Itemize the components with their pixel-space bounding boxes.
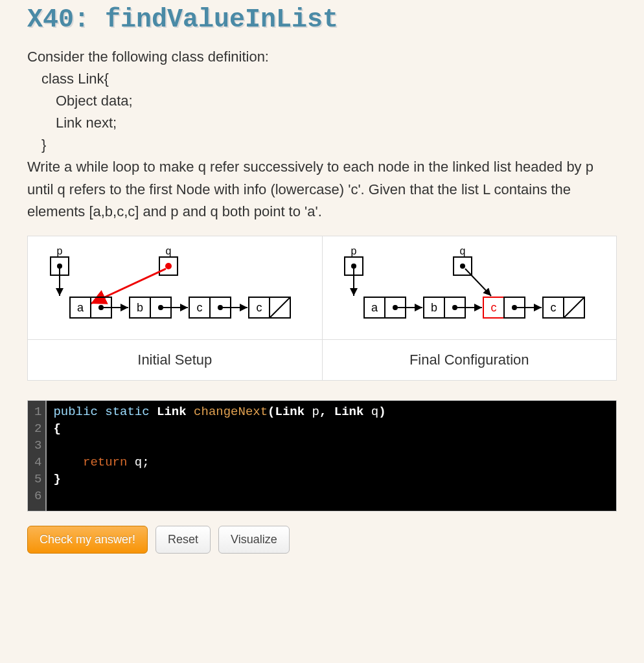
svg-point-36 (393, 305, 398, 310)
svg-text:c: c (196, 301, 202, 314)
classdef-line3: Link next; (27, 112, 617, 134)
target-node: c (483, 297, 542, 318)
svg-line-32 (465, 269, 491, 296)
initial-caption: Initial Setup (28, 339, 323, 380)
svg-point-9 (98, 305, 104, 310)
svg-line-5 (91, 269, 166, 304)
svg-point-31 (460, 264, 465, 269)
svg-text:b: b (137, 301, 143, 314)
p-label: p (56, 245, 62, 256)
button-row: Check my answer! Reset Visualize (27, 526, 617, 554)
svg-point-41 (452, 305, 457, 310)
initial-diagram: p q a (28, 236, 323, 339)
svg-line-24 (270, 297, 290, 318)
linked-list-initial-svg: p q a (39, 245, 311, 330)
svg-point-4 (165, 263, 172, 269)
node-c1: c (189, 297, 247, 318)
visualize-button[interactable]: Visualize (218, 526, 290, 554)
svg-text:a: a (77, 301, 84, 314)
svg-text:c: c (551, 301, 557, 314)
line-gutter: 1 2 3 4 5 6 (28, 401, 47, 511)
classdef-line4: } (27, 134, 617, 156)
svg-text:b: b (431, 301, 437, 314)
final-diagram: p q a (322, 236, 617, 339)
q-label: q (165, 245, 171, 256)
classdef-line2: Object data; (27, 90, 617, 112)
problem-statement: Consider the following class definition:… (27, 46, 617, 223)
intro-line: Consider the following class definition: (27, 46, 617, 68)
node-c2: c (249, 297, 290, 318)
svg-text:p: p (351, 245, 357, 256)
node-b: b (130, 297, 188, 318)
svg-text:q: q (460, 245, 466, 256)
svg-point-1 (57, 264, 62, 269)
classdef-line1: class Link{ (27, 68, 617, 90)
svg-line-51 (564, 297, 584, 318)
svg-text:c: c (256, 301, 262, 314)
svg-point-27 (351, 264, 356, 269)
svg-point-46 (512, 305, 517, 310)
instructions-text: Write a while loop to make q refer succe… (27, 156, 617, 222)
exercise-title: X40: findValueInList (27, 5, 617, 34)
final-caption: Final Configuration (322, 339, 617, 380)
svg-text:c: c (491, 301, 497, 314)
reset-button[interactable]: Reset (155, 526, 211, 554)
linked-list-final-svg: p q a (333, 245, 605, 330)
diagram-table: p q a (27, 236, 617, 381)
svg-point-14 (158, 305, 163, 310)
svg-point-19 (218, 305, 223, 310)
svg-text:a: a (371, 301, 378, 314)
code-area[interactable]: public static Link changeNext(Link p, Li… (47, 401, 616, 511)
code-editor[interactable]: 1 2 3 4 5 6 public static Link changeNex… (27, 400, 617, 511)
check-answer-button[interactable]: Check my answer! (27, 526, 148, 554)
